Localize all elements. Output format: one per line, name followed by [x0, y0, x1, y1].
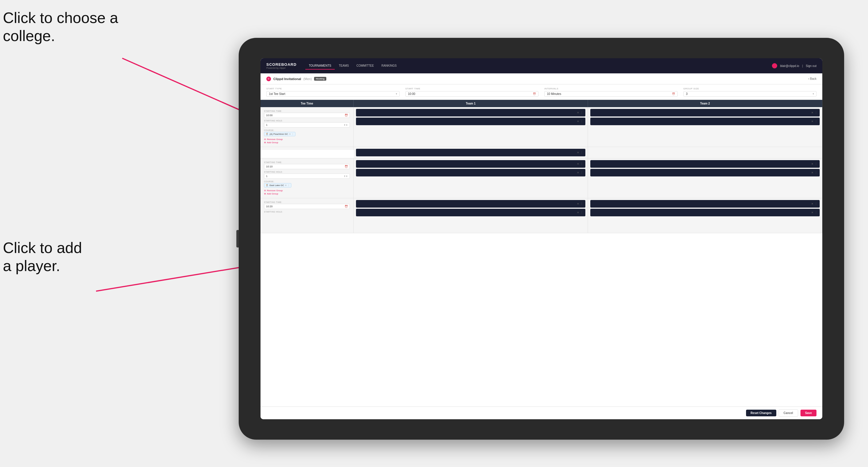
player-x-icon-3-2[interactable]: ✕ [577, 211, 579, 214]
course-edit-2[interactable]: ⋮ [287, 184, 290, 187]
tab-rankings[interactable]: RANKINGS [378, 62, 400, 70]
player-row-2-2[interactable]: ✕ ⋮ [356, 169, 585, 177]
start-time-group: Start Time 10:00 ⏰ [405, 87, 539, 97]
player-x-extra-1[interactable]: ✕ [577, 151, 579, 154]
start-type-label: Start Type [266, 87, 400, 90]
tab-committee[interactable]: COMMITTEE [353, 62, 377, 70]
save-button[interactable]: Save [801, 410, 816, 416]
group-1-left: STARTING TIME: 10:00 ⏰ STARTING HOLE: 1 … [260, 107, 354, 147]
add-group-2[interactable]: ⊕ Add Group [264, 192, 350, 195]
remove-group-1[interactable]: ⊖ Remove Group [264, 138, 350, 141]
player-dots-icon-3-2[interactable]: ⋮ [581, 211, 583, 214]
starting-time-input-1[interactable]: 10:00 ⏰ [264, 113, 350, 118]
player-dots-icon-1-4[interactable]: ⋮ [815, 120, 817, 123]
start-type-arrow: ▾ [396, 93, 397, 95]
clock-icon: ⏰ [533, 93, 536, 95]
header-right: blair@clippd.io | Sign out [772, 63, 816, 68]
col-team2: Team 2 [588, 100, 822, 107]
player-x-icon-1-4[interactable]: ✕ [811, 120, 813, 123]
player-x-icon-2-3[interactable]: ✕ [811, 162, 813, 165]
player-dots-icon-3-3[interactable]: ⋮ [815, 203, 817, 205]
settings-bar: Start Type 1st Tee Start ▾ Start Time 10… [260, 85, 822, 100]
hosting-badge: Hosting [314, 77, 326, 81]
starting-time-label-3: STARTING TIME: [264, 201, 350, 203]
player-row-3-2[interactable]: ✕ ⋮ [356, 209, 585, 216]
remove-group-2[interactable]: ⊖ Remove Group [264, 189, 350, 192]
cancel-button[interactable]: Cancel [779, 409, 798, 417]
player-row-2-4[interactable]: ✕ ⋮ [590, 169, 820, 177]
player-row-1-2[interactable]: ✕ ⋮ [356, 118, 585, 125]
starting-hole-input-1[interactable]: 1 ⬆⬇ [264, 122, 350, 127]
group-1-team1: ✕ ⋮ ✕ ⋮ [354, 107, 588, 147]
player-row-2-1[interactable]: ✕ ⋮ [356, 160, 585, 168]
intervals-group: Intervals 10 Minutes ⏰ [544, 87, 678, 97]
player-x-icon-1-2[interactable]: ✕ [577, 120, 579, 123]
player-row-3-1[interactable]: ✕ ⋮ [356, 200, 585, 208]
player-row-1-extra[interactable]: ✕ ⋮ [356, 149, 585, 156]
group-size-value: 3 [686, 92, 688, 95]
hole-spinner-1[interactable]: ⬆⬇ [344, 124, 348, 126]
intervals-select[interactable]: 10 Minutes ⏰ [544, 91, 678, 97]
group-size-select[interactable]: 3 ▾ [683, 91, 817, 97]
player-dots-icon-2-4[interactable]: ⋮ [815, 171, 817, 174]
course-remove-2[interactable]: ✕ [285, 184, 287, 187]
starting-hole-label-3: STARTING HOLE: [264, 211, 350, 213]
course-remove-1[interactable]: ✕ [289, 133, 291, 135]
starting-time-label-2: STARTING TIME: [264, 161, 350, 163]
player-x-icon-2-2[interactable]: ✕ [577, 171, 579, 174]
tablet-screen: SCOREBOARD Powered by clippd TOURNAMENTS… [260, 58, 822, 419]
player-dots-icon-1-1[interactable]: ⋮ [581, 111, 583, 114]
remove-group-label-1: Remove Group [267, 138, 283, 141]
player-dots-icon-2-1[interactable]: ⋮ [581, 162, 583, 165]
group-2-actions: ⊖ Remove Group ⊕ Add Group [264, 189, 350, 195]
starting-time-input-3[interactable]: 10:20 ⏰ [264, 204, 350, 209]
player-x-icon-3-1[interactable]: ✕ [577, 203, 579, 205]
player-x-icon-2-4[interactable]: ✕ [811, 171, 813, 174]
start-time-select[interactable]: 10:00 ⏰ [405, 91, 539, 97]
player-row-1-4[interactable]: ✕ ⋮ [590, 118, 820, 125]
player-x-icon-3-4[interactable]: ✕ [811, 211, 813, 214]
starting-hole-label-1: STARTING HOLE: [264, 120, 350, 122]
player-dots-extra-1[interactable]: ⋮ [581, 151, 583, 154]
player-row-1-3[interactable]: ✕ ⋮ [590, 109, 820, 117]
schedule-wrapper: Tee Time Team 1 Team 2 STARTING TIME: 10… [260, 100, 822, 406]
player-dots-icon-1-2[interactable]: ⋮ [581, 120, 583, 123]
user-email: blair@clippd.io [780, 64, 799, 67]
col-tee-time: Tee Time [260, 100, 354, 107]
time-clock-icon-2: ⏰ [345, 165, 348, 168]
player-dots-icon-1-3[interactable]: ⋮ [815, 111, 817, 114]
course-edit-1[interactable]: ⋮ [292, 133, 294, 135]
course-tag-1[interactable]: 🏌 (A) Peachtree GC ✕ ⋮ [264, 132, 296, 136]
tournament-title: C Clippd Invitational (Men) Hosting [266, 76, 326, 81]
player-dots-icon-2-3[interactable]: ⋮ [815, 162, 817, 165]
time-clock-icon-1: ⏰ [345, 114, 348, 117]
player-dots-icon-3-4[interactable]: ⋮ [815, 211, 817, 214]
starting-time-input-2[interactable]: 10:10 ⏰ [264, 164, 350, 169]
course-tag-2[interactable]: 🏌 East Lake GC ✕ ⋮ [264, 183, 291, 187]
tab-teams[interactable]: TEAMS [335, 62, 352, 70]
group-size-group: Group Size 3 ▾ [683, 87, 817, 97]
annotation-add-player: Click to add a player. [3, 239, 82, 275]
sign-out-link[interactable]: Sign out [806, 64, 816, 67]
hole-spinner-2[interactable]: ⬆⬇ [344, 175, 348, 178]
sub-header: C Clippd Invitational (Men) Hosting Back [260, 73, 822, 85]
group-size-label: Group Size [683, 87, 817, 90]
player-x-icon-1-3[interactable]: ✕ [811, 111, 813, 114]
tab-tournaments[interactable]: TOURNAMENTS [305, 62, 335, 70]
tournament-name: Clippd Invitational [273, 77, 301, 81]
player-x-icon-2-1[interactable]: ✕ [577, 162, 579, 165]
start-type-select[interactable]: 1st Tee Start ▾ [266, 91, 400, 97]
back-button[interactable]: Back [808, 77, 816, 80]
starting-hole-input-2[interactable]: 1 ⬆⬇ [264, 174, 350, 179]
player-x-icon-3-3[interactable]: ✕ [811, 203, 813, 205]
player-row-3-3[interactable]: ✕ ⋮ [590, 200, 820, 208]
player-x-icon-1-1[interactable]: ✕ [577, 111, 579, 114]
player-row-1-1[interactable]: ✕ ⋮ [356, 109, 585, 117]
player-row-3-4[interactable]: ✕ ⋮ [590, 209, 820, 216]
add-group-1[interactable]: ⊕ Add Group [264, 141, 350, 144]
player-row-2-3[interactable]: ✕ ⋮ [590, 160, 820, 168]
starting-time-value-3: 10:20 [266, 205, 273, 208]
reset-button[interactable]: Reset Changes [746, 410, 776, 416]
player-dots-icon-3-1[interactable]: ⋮ [581, 203, 583, 205]
player-dots-icon-2-2[interactable]: ⋮ [581, 171, 583, 174]
